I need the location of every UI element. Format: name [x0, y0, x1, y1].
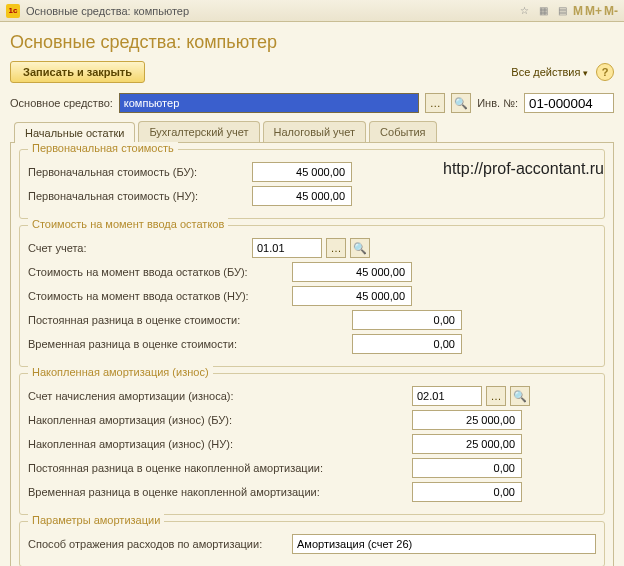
acct-label: Счет учета:	[28, 242, 248, 254]
group-depreciation: Накопленная амортизация (износ) Счет нач…	[19, 373, 605, 515]
dep-bu-label: Накопленная амортизация (износ) (БУ):	[28, 414, 408, 426]
initcost-bu-label: Первоначальная стоимость (БУ):	[28, 166, 248, 178]
os-input[interactable]: компьютер	[119, 93, 419, 113]
balcost-nu-label: Стоимость на момент ввода остатков (НУ):	[28, 290, 288, 302]
favorite-icon[interactable]: ☆	[517, 3, 533, 19]
dep-nu-label: Накопленная амортизация (износ) (НУ):	[28, 438, 408, 450]
group-title: Стоимость на момент ввода остатков	[28, 218, 228, 230]
titlebar: 1c Основные средства: компьютер ☆ ▦ ▤ M …	[0, 0, 624, 22]
help-button[interactable]: ?	[596, 63, 614, 81]
initcost-bu-input[interactable]	[252, 162, 352, 182]
group-title: Параметры амортизации	[28, 514, 164, 526]
dep-bu-input[interactable]	[412, 410, 522, 430]
balcost-bu-input[interactable]	[292, 262, 412, 282]
calc-icon[interactable]: ▦	[536, 3, 552, 19]
dep-perm-input[interactable]	[412, 458, 522, 478]
dep-acct-select-button[interactable]: …	[486, 386, 506, 406]
os-search-button[interactable]: 🔍	[451, 93, 471, 113]
group-balance-cost: Стоимость на момент ввода остатков Счет …	[19, 225, 605, 367]
perm-diff-label: Постоянная разница в оценке стоимости:	[28, 314, 348, 326]
balcost-bu-label: Стоимость на момент ввода остатков (БУ):	[28, 266, 288, 278]
method-label: Способ отражения расходов по амортизации…	[28, 538, 288, 550]
tab-body: Первоначальная стоимость Первоначальная …	[10, 143, 614, 566]
initcost-nu-label: Первоначальная стоимость (НУ):	[28, 190, 248, 202]
tab-initial-balances[interactable]: Начальные остатки	[14, 122, 135, 143]
os-select-button[interactable]: …	[425, 93, 445, 113]
dep-temp-input[interactable]	[412, 482, 522, 502]
dep-acct-search-button[interactable]: 🔍	[510, 386, 530, 406]
group-dep-params: Параметры амортизации Способ отражения р…	[19, 521, 605, 566]
dep-perm-label: Постоянная разница в оценке накопленной …	[28, 462, 408, 474]
group-title: Накопленная амортизация (износ)	[28, 366, 213, 378]
inv-label: Инв. №:	[477, 97, 518, 109]
all-actions-menu[interactable]: Все действия	[511, 66, 588, 78]
save-close-button[interactable]: Записать и закрыть	[10, 61, 145, 83]
tabs: Начальные остатки Бухгалтерский учет Нал…	[10, 121, 614, 143]
app-logo-icon: 1c	[6, 4, 20, 18]
perm-diff-input[interactable]	[352, 310, 462, 330]
inv-input[interactable]	[524, 93, 614, 113]
temp-diff-input[interactable]	[352, 334, 462, 354]
page-title: Основные средства: компьютер	[10, 32, 614, 53]
acct-input[interactable]	[252, 238, 322, 258]
calendar-icon[interactable]: ▤	[555, 3, 571, 19]
tab-tax[interactable]: Налоговый учет	[263, 121, 367, 142]
memory-m-button[interactable]: M	[573, 4, 583, 18]
initcost-nu-input[interactable]	[252, 186, 352, 206]
os-label: Основное средство:	[10, 97, 113, 109]
dep-temp-label: Временная разница в оценке накопленной а…	[28, 486, 408, 498]
group-title: Первоначальная стоимость	[28, 142, 178, 154]
memory-mplus-button[interactable]: M+	[585, 4, 602, 18]
dep-nu-input[interactable]	[412, 434, 522, 454]
dep-acct-input[interactable]	[412, 386, 482, 406]
memory-mminus-button[interactable]: M-	[604, 4, 618, 18]
temp-diff-label: Временная разница в оценке стоимости:	[28, 338, 348, 350]
tab-events[interactable]: События	[369, 121, 436, 142]
dep-acct-label: Счет начисления амортизации (износа):	[28, 390, 408, 402]
acct-select-button[interactable]: …	[326, 238, 346, 258]
method-input[interactable]	[292, 534, 596, 554]
tab-accounting[interactable]: Бухгалтерский учет	[138, 121, 259, 142]
group-initial-cost: Первоначальная стоимость Первоначальная …	[19, 149, 605, 219]
balcost-nu-input[interactable]	[292, 286, 412, 306]
window-title: Основные средства: компьютер	[26, 5, 189, 17]
acct-search-button[interactable]: 🔍	[350, 238, 370, 258]
